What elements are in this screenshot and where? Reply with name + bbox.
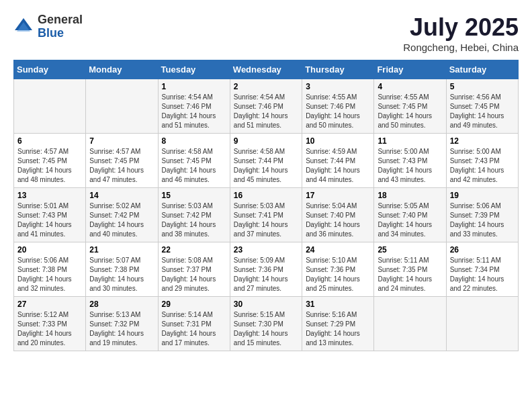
- day-info: Sunrise: 5:03 AM Sunset: 7:41 PM Dayligh…: [234, 201, 298, 239]
- calendar-cell: 11Sunrise: 5:00 AM Sunset: 7:43 PM Dayli…: [374, 134, 446, 188]
- logo-icon: [13, 17, 34, 37]
- calendar-cell: 19Sunrise: 5:06 AM Sunset: 7:39 PM Dayli…: [446, 188, 518, 242]
- calendar-cell: 14Sunrise: 5:02 AM Sunset: 7:42 PM Dayli…: [86, 188, 158, 242]
- day-header-monday: Monday: [86, 60, 158, 79]
- calendar-cell: 17Sunrise: 5:04 AM Sunset: 7:40 PM Dayli…: [302, 188, 374, 242]
- day-number: 30: [234, 300, 298, 309]
- day-info: Sunrise: 4:57 AM Sunset: 7:45 PM Dayligh…: [89, 147, 154, 185]
- header-row: SundayMondayTuesdayWednesdayThursdayFrid…: [14, 60, 519, 79]
- calendar-cell: 1Sunrise: 4:54 AM Sunset: 7:46 PM Daylig…: [158, 79, 230, 134]
- calendar-cell: 6Sunrise: 4:57 AM Sunset: 7:45 PM Daylig…: [14, 134, 86, 188]
- day-number: 20: [17, 245, 82, 255]
- calendar-cell: 30Sunrise: 5:15 AM Sunset: 7:30 PM Dayli…: [230, 297, 302, 351]
- day-info: Sunrise: 5:06 AM Sunset: 7:39 PM Dayligh…: [450, 201, 515, 239]
- calendar-cell: 31Sunrise: 5:16 AM Sunset: 7:29 PM Dayli…: [302, 297, 374, 351]
- month-title: July 2025: [403, 13, 519, 42]
- day-info: Sunrise: 5:14 AM Sunset: 7:31 PM Dayligh…: [162, 310, 226, 348]
- day-header-sunday: Sunday: [14, 60, 86, 79]
- day-info: Sunrise: 5:09 AM Sunset: 7:36 PM Dayligh…: [234, 256, 298, 293]
- calendar-cell: 21Sunrise: 5:07 AM Sunset: 7:38 PM Dayli…: [86, 242, 158, 297]
- day-info: Sunrise: 5:16 AM Sunset: 7:29 PM Dayligh…: [306, 310, 370, 348]
- day-number: 18: [378, 191, 442, 200]
- day-header-friday: Friday: [374, 60, 446, 79]
- day-number: 5: [450, 82, 515, 91]
- day-info: Sunrise: 4:55 AM Sunset: 7:46 PM Dayligh…: [306, 93, 370, 130]
- calendar-cell: [374, 297, 446, 351]
- day-info: Sunrise: 4:58 AM Sunset: 7:45 PM Dayligh…: [162, 147, 226, 185]
- day-number: 1: [162, 82, 226, 91]
- calendar-cell: 12Sunrise: 5:00 AM Sunset: 7:43 PM Dayli…: [446, 134, 518, 188]
- calendar-cell: 13Sunrise: 5:01 AM Sunset: 7:43 PM Dayli…: [14, 188, 86, 242]
- day-header-saturday: Saturday: [446, 60, 518, 79]
- day-info: Sunrise: 5:00 AM Sunset: 7:43 PM Dayligh…: [450, 147, 515, 185]
- day-number: 9: [234, 136, 298, 146]
- day-number: 26: [450, 245, 515, 255]
- day-number: 22: [162, 245, 226, 255]
- day-number: 10: [306, 136, 370, 146]
- calendar-cell: 25Sunrise: 5:11 AM Sunset: 7:35 PM Dayli…: [374, 242, 446, 297]
- day-info: Sunrise: 5:15 AM Sunset: 7:30 PM Dayligh…: [234, 310, 298, 348]
- title-section: July 2025 Rongcheng, Hebei, China: [403, 13, 519, 53]
- calendar-cell: [86, 79, 158, 134]
- day-info: Sunrise: 5:12 AM Sunset: 7:33 PM Dayligh…: [17, 310, 82, 348]
- week-row-1: 1Sunrise: 4:54 AM Sunset: 7:46 PM Daylig…: [14, 79, 519, 134]
- calendar-cell: 20Sunrise: 5:06 AM Sunset: 7:38 PM Dayli…: [14, 242, 86, 297]
- day-number: 29: [162, 300, 226, 309]
- calendar-cell: 27Sunrise: 5:12 AM Sunset: 7:33 PM Dayli…: [14, 297, 86, 351]
- day-number: 4: [378, 82, 442, 91]
- day-info: Sunrise: 4:55 AM Sunset: 7:45 PM Dayligh…: [378, 93, 442, 130]
- day-number: 21: [89, 245, 154, 255]
- calendar-cell: 8Sunrise: 4:58 AM Sunset: 7:45 PM Daylig…: [158, 134, 230, 188]
- day-number: 17: [306, 191, 370, 200]
- day-info: Sunrise: 5:05 AM Sunset: 7:40 PM Dayligh…: [378, 201, 442, 239]
- calendar-cell: 7Sunrise: 4:57 AM Sunset: 7:45 PM Daylig…: [86, 134, 158, 188]
- day-info: Sunrise: 5:00 AM Sunset: 7:43 PM Dayligh…: [378, 147, 442, 185]
- day-header-wednesday: Wednesday: [230, 60, 302, 79]
- day-info: Sunrise: 4:56 AM Sunset: 7:45 PM Dayligh…: [450, 93, 515, 130]
- day-info: Sunrise: 4:59 AM Sunset: 7:44 PM Dayligh…: [306, 147, 370, 185]
- day-number: 14: [89, 191, 154, 200]
- calendar-cell: 16Sunrise: 5:03 AM Sunset: 7:41 PM Dayli…: [230, 188, 302, 242]
- day-info: Sunrise: 5:02 AM Sunset: 7:42 PM Dayligh…: [89, 201, 154, 239]
- calendar-cell: 24Sunrise: 5:10 AM Sunset: 7:36 PM Dayli…: [302, 242, 374, 297]
- day-number: 6: [17, 136, 82, 146]
- calendar-cell: 29Sunrise: 5:14 AM Sunset: 7:31 PM Dayli…: [158, 297, 230, 351]
- day-number: 8: [162, 136, 226, 146]
- day-info: Sunrise: 5:11 AM Sunset: 7:34 PM Dayligh…: [450, 256, 515, 293]
- day-number: 24: [306, 245, 370, 255]
- day-info: Sunrise: 5:03 AM Sunset: 7:42 PM Dayligh…: [162, 201, 226, 239]
- day-number: 19: [450, 191, 515, 200]
- calendar-cell: [446, 297, 518, 351]
- day-info: Sunrise: 4:57 AM Sunset: 7:45 PM Dayligh…: [17, 147, 82, 185]
- calendar-cell: 10Sunrise: 4:59 AM Sunset: 7:44 PM Dayli…: [302, 134, 374, 188]
- calendar-cell: 5Sunrise: 4:56 AM Sunset: 7:45 PM Daylig…: [446, 79, 518, 134]
- day-number: 23: [234, 245, 298, 255]
- day-number: 7: [89, 136, 154, 146]
- day-info: Sunrise: 5:13 AM Sunset: 7:32 PM Dayligh…: [89, 310, 154, 348]
- calendar-cell: 2Sunrise: 4:54 AM Sunset: 7:46 PM Daylig…: [230, 79, 302, 134]
- day-number: 27: [17, 300, 82, 309]
- week-row-3: 13Sunrise: 5:01 AM Sunset: 7:43 PM Dayli…: [14, 188, 519, 242]
- calendar-cell: 9Sunrise: 4:58 AM Sunset: 7:44 PM Daylig…: [230, 134, 302, 188]
- day-info: Sunrise: 4:58 AM Sunset: 7:44 PM Dayligh…: [234, 147, 298, 185]
- day-info: Sunrise: 5:08 AM Sunset: 7:37 PM Dayligh…: [162, 256, 226, 293]
- day-info: Sunrise: 5:04 AM Sunset: 7:40 PM Dayligh…: [306, 201, 370, 239]
- day-number: 3: [306, 82, 370, 91]
- week-row-2: 6Sunrise: 4:57 AM Sunset: 7:45 PM Daylig…: [14, 134, 519, 188]
- day-info: Sunrise: 4:54 AM Sunset: 7:46 PM Dayligh…: [162, 93, 226, 130]
- calendar-cell: 3Sunrise: 4:55 AM Sunset: 7:46 PM Daylig…: [302, 79, 374, 134]
- calendar-cell: 23Sunrise: 5:09 AM Sunset: 7:36 PM Dayli…: [230, 242, 302, 297]
- day-info: Sunrise: 5:10 AM Sunset: 7:36 PM Dayligh…: [306, 256, 370, 293]
- day-number: 28: [89, 300, 154, 309]
- calendar-cell: 28Sunrise: 5:13 AM Sunset: 7:32 PM Dayli…: [86, 297, 158, 351]
- location-subtitle: Rongcheng, Hebei, China: [403, 42, 519, 53]
- day-number: 16: [234, 191, 298, 200]
- day-info: Sunrise: 4:54 AM Sunset: 7:46 PM Dayligh…: [234, 93, 298, 130]
- day-header-thursday: Thursday: [302, 60, 374, 79]
- logo-text: General Blue: [38, 13, 83, 40]
- week-row-4: 20Sunrise: 5:06 AM Sunset: 7:38 PM Dayli…: [14, 242, 519, 297]
- day-info: Sunrise: 5:06 AM Sunset: 7:38 PM Dayligh…: [17, 256, 82, 293]
- calendar-cell: 26Sunrise: 5:11 AM Sunset: 7:34 PM Dayli…: [446, 242, 518, 297]
- logo: General Blue: [13, 13, 83, 40]
- day-info: Sunrise: 5:11 AM Sunset: 7:35 PM Dayligh…: [378, 256, 442, 293]
